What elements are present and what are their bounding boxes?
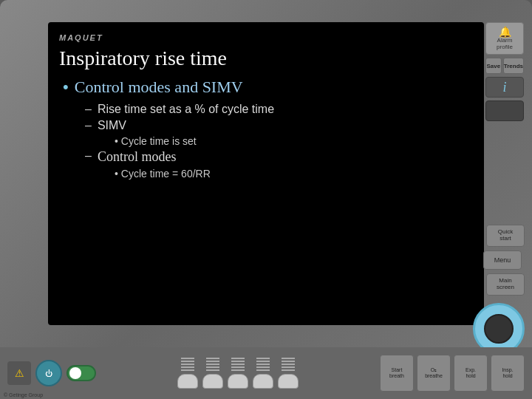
main-screen-label: Main screen	[497, 278, 514, 291]
screen-title: Inspiratory rise time	[59, 47, 473, 70]
sub-sub-control-text: Cycle time = 60/RR	[115, 168, 473, 180]
sub-item-control-modes: Control modes	[85, 149, 473, 165]
start-breath-button[interactable]: Start breath	[380, 355, 414, 392]
o2-breathe-button[interactable]: O₂ breathe	[417, 355, 451, 392]
vent-line	[181, 366, 194, 368]
vent-line	[206, 366, 219, 368]
vent-line	[206, 361, 219, 362]
vent-line	[181, 361, 194, 362]
vent-line	[282, 361, 295, 362]
sub-item-simv-text: SIMV	[98, 119, 126, 132]
sub-list: Rise time set as a % of cycle time SIMV …	[63, 103, 473, 180]
bottom-right-buttons: Start breath O₂ breathe Exp. hold Insp. …	[380, 355, 525, 392]
vent-line	[256, 364, 270, 365]
screen-content: • Control modes and SIMV Rise time set a…	[59, 78, 473, 180]
menu-button[interactable]: Menu	[483, 250, 522, 270]
main-bullet: • Control modes and SIMV	[63, 78, 473, 97]
bottom-left-icons: ⚠ ⏻	[7, 360, 96, 386]
vent-line	[256, 369, 270, 371]
right-panel: 🔔 Alarmprofile Save Trends i	[483, 22, 526, 121]
quick-start-button[interactable]: Quick start	[486, 225, 525, 247]
vent-line	[282, 364, 295, 365]
sub-item-rise-time-text: Rise time set as a % of cycle time	[98, 103, 274, 116]
vent-slider-lines-4	[256, 358, 270, 371]
vent-line	[256, 361, 270, 362]
vent-knob-1	[177, 358, 198, 389]
sub-sub-control: Cycle time = 60/RR	[85, 168, 473, 180]
vent-knob-control-4[interactable]	[253, 374, 273, 389]
vent-knob-5	[278, 358, 299, 389]
main-bullet-text: Control modes and SIMV	[75, 78, 243, 97]
vent-line	[231, 361, 245, 362]
sub-sub-simv-text: Cycle time is set	[115, 135, 473, 147]
vent-line	[181, 364, 194, 365]
sub-item-rise-time: Rise time set as a % of cycle time	[85, 103, 473, 116]
bullet-dot: •	[63, 78, 69, 97]
quick-start-label: Quick start	[498, 229, 513, 242]
brand-logo: MAQUET	[59, 33, 473, 42]
vent-knob-control-1[interactable]	[177, 374, 198, 389]
power-icon: ⏻	[45, 369, 52, 378]
vent-line	[231, 366, 245, 368]
exp-hold-label: Exp. hold	[466, 367, 476, 380]
info-button[interactable]: i	[485, 77, 524, 98]
vent-knob-4	[253, 358, 273, 389]
vent-knob-control-3[interactable]	[228, 374, 248, 389]
save-button[interactable]: Save	[485, 58, 502, 74]
vent-knob-3	[228, 358, 248, 389]
vent-line	[231, 364, 245, 365]
vent-line	[206, 358, 219, 359]
sub-item-simv: SIMV	[85, 119, 473, 132]
vent-line	[282, 369, 295, 371]
o2-breathe-label: O₂ breathe	[425, 367, 443, 380]
copyright-text: © Getinge Group	[4, 392, 43, 398]
main-screen: MAQUET Inspiratory rise time • Control m…	[48, 22, 484, 325]
vent-slider-lines-3	[231, 358, 245, 371]
vent-slider-lines-2	[206, 358, 219, 371]
vent-line	[206, 364, 219, 365]
dark-placeholder-button	[485, 100, 524, 121]
bottom-right-controls: Quick start Menu Main screen	[473, 225, 525, 355]
trends-button[interactable]: Trends	[503, 58, 524, 74]
alarm-profile-button[interactable]: 🔔 Alarmprofile	[485, 22, 524, 55]
vent-line	[282, 366, 295, 368]
alarm-triangle-icon: ⚠	[15, 367, 24, 379]
vent-line	[256, 366, 270, 368]
power-knob[interactable]: ⏻	[35, 360, 62, 386]
toggle-switch[interactable]	[66, 365, 96, 381]
vent-line	[256, 358, 270, 359]
vent-slider-lines-1	[181, 358, 194, 371]
start-breath-label: Start breath	[389, 367, 404, 380]
vent-line	[231, 358, 245, 359]
vent-controls	[102, 358, 374, 389]
vent-line	[231, 369, 245, 371]
toggle-circle	[69, 367, 81, 379]
insp-hold-label: Insp. hold	[502, 367, 513, 380]
sub-item-control-modes-text: Control modes	[98, 149, 177, 165]
save-trends-row: Save Trends	[485, 58, 524, 74]
vent-line	[181, 358, 194, 359]
info-icon: i	[502, 80, 506, 95]
exp-hold-button[interactable]: Exp. hold	[454, 355, 488, 392]
alarm-profile-label: Alarmprofile	[497, 38, 513, 51]
alarm-indicator: ⚠	[7, 361, 31, 385]
vent-line	[206, 369, 219, 371]
vent-knob-control-2[interactable]	[202, 374, 223, 389]
device-body: MAQUET Inspiratory rise time • Control m…	[0, 0, 532, 399]
bottom-bar: ⚠ ⏻	[0, 347, 532, 399]
insp-hold-button[interactable]: Insp. hold	[491, 355, 525, 392]
vent-line	[282, 358, 295, 359]
sub-sub-simv: Cycle time is set	[85, 135, 473, 147]
bell-icon: 🔔	[499, 26, 511, 38]
rotary-knob-inner	[484, 314, 514, 344]
vent-slider-lines-5	[282, 358, 295, 371]
vent-knob-2	[202, 358, 223, 389]
vent-line	[181, 369, 194, 371]
vent-knob-control-5[interactable]	[278, 374, 299, 389]
main-screen-button[interactable]: Main screen	[486, 273, 525, 296]
